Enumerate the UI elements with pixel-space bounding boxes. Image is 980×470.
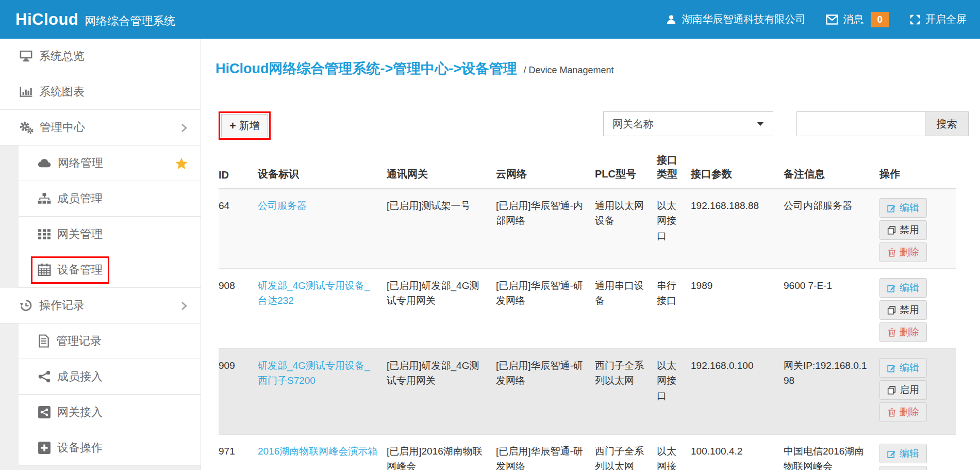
table-header-row: ID 设备标识 通讯网关 云网络 PLC型号 接口类型 接口参数 备注信息 操作: [219, 153, 956, 189]
share-icon: [38, 370, 51, 383]
sidebar-item-gateway-access[interactable]: 网关接入: [19, 395, 201, 430]
files-icon: [887, 226, 896, 235]
sidebar-item-label: 系统图表: [39, 84, 85, 100]
device-link[interactable]: 公司服务器: [258, 200, 307, 211]
sidebar-item-label: 系统总览: [39, 48, 85, 64]
cell-network: [已启用]华辰智通-研发网络: [496, 349, 595, 434]
add-device-button[interactable]: + 新增: [221, 114, 268, 137]
sidebar-item-label: 网关接入: [57, 404, 103, 420]
messages-count-badge: 0: [871, 12, 889, 27]
device-link[interactable]: 2016湖南物联网峰会演示箱: [258, 446, 377, 457]
calendar-icon: [38, 263, 51, 277]
cell-id: 908: [219, 269, 258, 349]
chevron-right-icon: [180, 122, 188, 134]
sidebar-item-label: 操作记录: [39, 298, 85, 313]
sidebar-item-gateway-mgmt[interactable]: 网关管理: [19, 217, 201, 252]
topbar: HiCloud 网络综合管理系统 湖南华辰智通科技有限公司 消息 0: [0, 0, 980, 39]
cell-iface: 以太网接口: [657, 349, 691, 434]
chevron-right-icon: [180, 300, 188, 312]
enable-button[interactable]: 启用: [879, 380, 927, 400]
cell-plc: 西门子全系列以太网: [595, 349, 657, 434]
sidebar-item-member-access[interactable]: 成员接入: [19, 359, 201, 395]
cell-note: 网关IP:192.168.0.198: [784, 349, 879, 434]
edit-button[interactable]: 编辑: [879, 358, 927, 378]
messages-label: 消息: [843, 12, 863, 26]
cell-params: 192.168.0.100: [691, 349, 784, 434]
col-header-id: ID: [219, 153, 258, 189]
cloud-icon: [38, 157, 52, 169]
filter-field-select[interactable]: 网关名称: [603, 111, 773, 136]
cell-iface: 以太网接口: [657, 189, 691, 269]
user-icon: [666, 14, 677, 25]
search-group: 搜索: [796, 111, 969, 136]
account-menu[interactable]: 湖南华辰智通科技有限公司: [666, 12, 805, 26]
cell-note: 9600 7-E-1: [784, 269, 879, 349]
breadcrumb-subtitle: / Device Management: [523, 65, 613, 75]
cell-note: 中国电信2016湖南物联网峰会: [784, 434, 879, 470]
col-header-note: 备注信息: [784, 153, 879, 189]
fullscreen-label: 开启全屏: [925, 12, 967, 26]
trash-icon: [888, 248, 896, 257]
messages-menu[interactable]: 消息 0: [826, 12, 889, 27]
device-table-container: ID 设备标识 通讯网关 云网络 PLC型号 接口类型 接口参数 备注信息 操作: [219, 153, 965, 470]
gears-icon: [19, 121, 34, 134]
cell-id: 909: [219, 349, 258, 434]
row-actions: 编辑 启用 删除: [879, 358, 948, 422]
table-row: 909 研发部_4G测试专用设备_西门子S7200 [已启用]研发部_4G测试专…: [219, 349, 956, 434]
disable-button[interactable]: 禁用: [879, 220, 927, 240]
sidebar-item-admin-log[interactable]: 管理记录: [19, 323, 201, 359]
sidebar-item-label: 成员接入: [57, 369, 103, 384]
edit-button[interactable]: 编辑: [879, 198, 927, 218]
fullscreen-toggle[interactable]: 开启全屏: [909, 12, 967, 26]
cell-network: [已启用]华辰智通-研发网络: [496, 434, 595, 470]
document-icon: [38, 334, 50, 348]
sidebar-item-member-mgmt[interactable]: 成员管理: [19, 181, 201, 217]
cell-id: 971: [219, 434, 258, 470]
sidebar-item-system-charts[interactable]: 系统图表: [0, 74, 201, 110]
delete-button[interactable]: 删除: [879, 322, 927, 342]
company-name: 湖南华辰智通科技有限公司: [682, 12, 805, 26]
device-link[interactable]: 研发部_4G测试专用设备_西门子S7200: [258, 360, 370, 386]
sidebar-item-network-mgmt[interactable]: 网络管理: [19, 145, 201, 181]
star-icon[interactable]: [175, 157, 188, 170]
delete-button[interactable]: 删除: [879, 242, 927, 262]
search-button[interactable]: 搜索: [925, 111, 969, 136]
sidebar-item-admin-center[interactable]: 管理中心: [0, 110, 201, 145]
sidebar-item-label: 管理记录: [56, 333, 102, 349]
main-content: HiCloud网络综合管理系统->管理中心->设备管理 / Device Man…: [201, 39, 980, 470]
cell-params: 1989: [691, 269, 784, 349]
row-actions: 编辑 禁用 删除: [879, 198, 948, 262]
cell-gateway: [已启用]研发部_4G测试专用网关: [387, 349, 496, 434]
edit-button[interactable]: 编辑: [879, 444, 927, 463]
device-table: ID 设备标识 通讯网关 云网络 PLC型号 接口类型 接口参数 备注信息 操作: [219, 153, 956, 470]
col-header-iface: 接口类型: [657, 153, 691, 189]
share-square-icon: [38, 406, 51, 419]
device-link[interactable]: 研发部_4G测试专用设备_台达232: [258, 280, 370, 306]
sidebar-item-device-operation[interactable]: 设备操作: [19, 430, 201, 466]
col-header-device: 设备标识: [258, 153, 387, 189]
sidebar: 系统总览 系统图表 管理中心: [0, 39, 201, 470]
cell-network: [已启用]华辰智通-内部网络: [496, 189, 595, 269]
col-header-plc: PLC型号: [595, 153, 657, 189]
sidebar-item-label: 成员管理: [57, 191, 103, 206]
edit-icon: [887, 204, 896, 213]
envelope-icon: [826, 14, 838, 25]
expand-icon: [909, 14, 921, 25]
row-actions: 编辑 禁用 删除: [879, 278, 948, 342]
sidebar-item-device-mgmt[interactable]: 设备管理: [19, 252, 201, 288]
cell-plc: 通用串口设备: [595, 269, 657, 349]
delete-button[interactable]: 删除: [879, 402, 927, 422]
sidebar-item-operation-log[interactable]: 操作记录: [0, 288, 201, 323]
sidebar-item-system-overview[interactable]: 系统总览: [0, 39, 201, 74]
edit-button[interactable]: 编辑: [879, 278, 927, 298]
table-row: 64 公司服务器 [已启用]测试架一号 [已启用]华辰智通-内部网络 通用以太网…: [219, 189, 956, 269]
disable-button[interactable]: 禁用: [879, 300, 927, 320]
plus-icon: +: [229, 121, 236, 131]
table-row: 971 2016湖南物联网峰会演示箱 [已启用]2016湖南物联网峰会 [已启用…: [219, 434, 956, 470]
search-input[interactable]: [796, 111, 925, 136]
cell-iface: 串行接口: [657, 269, 691, 349]
enable-button[interactable]: 启用: [879, 466, 927, 470]
cell-note: 公司内部服务器: [784, 189, 879, 269]
plus-square-icon: [38, 441, 51, 455]
cell-gateway: [已启用]测试架一号: [387, 189, 496, 269]
